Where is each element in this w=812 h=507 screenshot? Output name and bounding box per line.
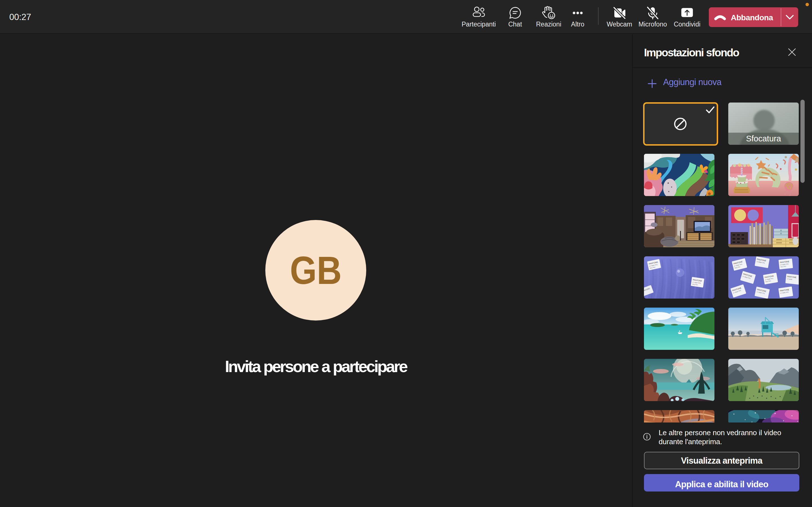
svg-text:Sfocatura: Sfocatura [746, 134, 781, 143]
